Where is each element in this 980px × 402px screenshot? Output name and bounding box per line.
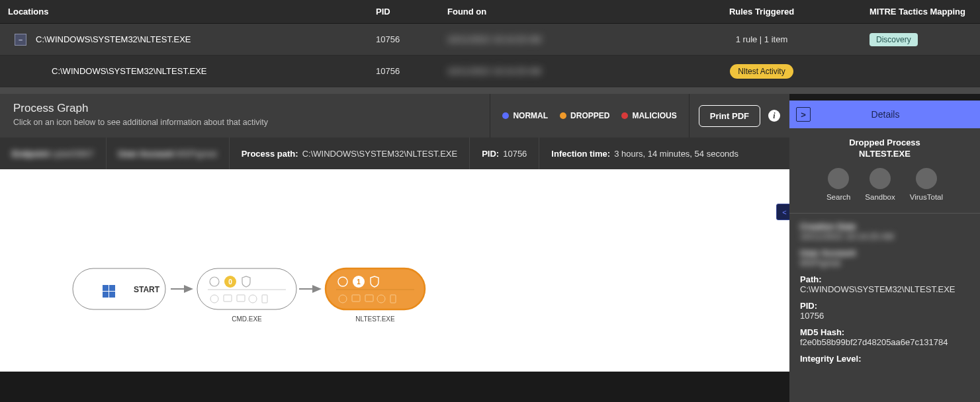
arrow-icon <box>171 285 193 293</box>
pg-title: Process Graph <box>13 102 476 115</box>
path-value: C:\WINDOWS\SYSTEM32\NLTEST.EXE <box>302 149 458 159</box>
details-panel: > Details Dropped Process NLTEST.EXE Sea… <box>789 100 980 402</box>
legend-malicious: MALICIOUS <box>621 111 676 120</box>
col-header-pid[interactable]: PID <box>376 7 447 17</box>
col-header-locations[interactable]: Locations <box>0 7 376 17</box>
search-icon[interactable] <box>828 168 849 189</box>
info-icon[interactable]: i <box>768 110 780 122</box>
location-text: C:\WINDOWS\SYSTEM32\NLTEST.EXE <box>36 34 191 44</box>
col-header-mitre[interactable]: MITRE Tactics Mapping <box>864 7 980 17</box>
graph-canvas[interactable]: START 0 CMD.EXE <box>0 169 789 372</box>
path-label: Process path: <box>242 149 298 159</box>
process-graph-header: Process Graph Click on an icon below to … <box>0 94 789 138</box>
divider <box>0 87 980 94</box>
infection-label: Infection time: <box>551 149 610 159</box>
table-row[interactable]: – C:\WINDOWS\SYSTEM32\NLTEST.EXE 10756 1… <box>0 24 980 56</box>
svg-text:START: START <box>134 285 160 294</box>
svg-rect-4 <box>109 292 115 298</box>
print-pdf-button[interactable]: Print PDF <box>699 105 760 127</box>
arrow-icon <box>299 285 322 293</box>
table-header: Locations PID Found on Rules Triggered M… <box>0 0 980 24</box>
mitre-badge[interactable]: Discovery <box>869 33 918 46</box>
creation-value: 10/11/2022 10:14:25 AM <box>800 231 894 241</box>
info-bar: Endpoint cybe03907 User Account MSP\grea… <box>0 138 789 169</box>
path-label: Path: <box>800 274 822 284</box>
pid-cell: 10756 <box>376 34 447 44</box>
user-value: MSP\great <box>800 258 840 268</box>
dot-icon <box>502 112 509 119</box>
md5-label: MD5 Hash: <box>800 327 844 337</box>
virustotal-icon[interactable] <box>916 168 937 189</box>
rules-cell: 1 rule | 1 item <box>659 34 864 44</box>
process-type: Dropped Process <box>800 138 969 147</box>
action-sandbox[interactable]: Sandbox <box>865 168 895 201</box>
pid-value: 10756 <box>503 149 527 159</box>
svg-rect-6 <box>197 268 296 309</box>
infection-value: 3 hours, 14 minutes, 54 seconds <box>614 149 738 159</box>
pg-subtitle: Click on an icon below to see additional… <box>13 118 476 127</box>
svg-rect-3 <box>103 292 109 298</box>
found-cell: 10/11/2022 10:14:25 AM <box>447 66 541 76</box>
details-title: Details <box>811 109 980 120</box>
creation-label: Creation Date <box>800 221 856 231</box>
col-header-rules[interactable]: Rules Triggered <box>659 7 864 17</box>
legend-normal: NORMAL <box>502 111 548 120</box>
expand-toggle[interactable]: – <box>15 34 26 46</box>
svg-rect-17 <box>326 268 425 309</box>
node-start[interactable]: START <box>73 268 165 309</box>
pid-label: PID: <box>482 149 499 159</box>
process-name: NLTEST.EXE <box>800 149 969 159</box>
sandbox-icon[interactable] <box>869 168 891 189</box>
user-label: User Account <box>800 248 856 258</box>
node-nltest[interactable]: 1 NLTEST.EXE <box>326 268 425 323</box>
location-text: C:\WINDOWS\SYSTEM32\NLTEST.EXE <box>52 66 207 76</box>
svg-text:0: 0 <box>228 278 232 286</box>
details-header: > Details <box>789 100 980 128</box>
dot-icon <box>621 112 628 119</box>
node-cmd[interactable]: 0 CMD.EXE <box>197 268 296 323</box>
svg-rect-1 <box>103 285 109 291</box>
integrity-label: Integrity Level: <box>800 354 861 364</box>
table-row[interactable]: C:\WINDOWS\SYSTEM32\NLTEST.EXE 10756 10/… <box>0 56 980 87</box>
md5-value: f2e0b58b99bf27d48205aa6e7c131784 <box>800 337 948 347</box>
pid-cell: 10756 <box>376 66 447 76</box>
pid-label: PID: <box>800 301 817 311</box>
dot-icon <box>560 112 566 119</box>
svg-text:1: 1 <box>357 278 361 286</box>
legend-dropped: DROPPED <box>560 111 609 120</box>
svg-rect-2 <box>109 285 115 291</box>
legend: NORMAL DROPPED MALICIOUS <box>490 94 688 138</box>
svg-text:NLTEST.EXE: NLTEST.EXE <box>355 315 395 323</box>
collapse-button[interactable]: > <box>796 107 811 122</box>
rule-badge[interactable]: Nltest Activity <box>730 64 793 79</box>
action-virustotal[interactable]: VirusTotal <box>910 168 943 201</box>
col-header-found[interactable]: Found on <box>447 7 659 17</box>
svg-text:CMD.EXE: CMD.EXE <box>232 315 262 323</box>
action-search[interactable]: Search <box>826 168 850 201</box>
found-cell: 10/11/2022 10:14:25 AM <box>447 34 541 44</box>
pid-value: 10756 <box>800 311 824 321</box>
path-value: C:\WINDOWS\SYSTEM32\NLTEST.EXE <box>800 284 956 294</box>
